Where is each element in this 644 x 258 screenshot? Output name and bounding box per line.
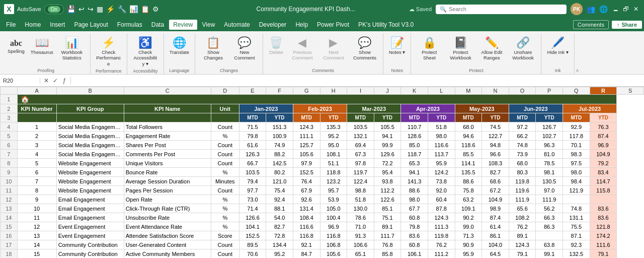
previous-comment-button[interactable]: ◀ Previous Comment [287, 35, 317, 63]
menu-bar: File Home Insert Page Layout Formulas Da… [0, 18, 644, 31]
menu-power-pivot[interactable]: Power Pivot [313, 20, 353, 30]
add-people-icon[interactable]: 👥 [587, 5, 595, 13]
col-n-header[interactable]: N [482, 87, 509, 95]
menu-formulas[interactable]: Formulas [113, 20, 146, 30]
col-a-header[interactable]: A [17, 87, 56, 95]
filter-icon[interactable]: 📋 [141, 5, 149, 13]
col-o-header[interactable]: O [509, 87, 536, 95]
menu-insert[interactable]: Insert [46, 20, 69, 30]
kpi-name-header[interactable]: KPI Name [124, 104, 211, 113]
table-row: 14 11 Email Engagement Unsubscribe Rate … [1, 213, 644, 222]
comments-button[interactable]: Comments [573, 20, 609, 29]
show-comments-label: Show Comments [352, 49, 377, 61]
show-comments-button[interactable]: 💬 Show Comments [350, 35, 380, 63]
menu-help[interactable]: Help [291, 20, 312, 30]
save-icon[interactable]: 💾 [67, 5, 75, 13]
hide-ink-button[interactable]: 🖊️ Hide Ink ▾ [544, 35, 571, 57]
allow-edit-ranges-button[interactable]: ✏️ Allow Edit Ranges [476, 35, 507, 63]
insert-function-icon[interactable]: ƒ [60, 77, 68, 85]
next-comment-button[interactable]: ▶ Next Comment [318, 35, 349, 63]
thesaurus-button[interactable]: 📖 Thesaurus [28, 35, 56, 57]
menu-review[interactable]: Review [169, 20, 197, 30]
thesaurus-icon: 📖 [35, 37, 49, 48]
col-r-header[interactable]: R [590, 87, 617, 95]
col-g-header[interactable]: G [293, 87, 320, 95]
confirm-formula-icon[interactable]: ✓ [51, 77, 59, 85]
row-3-subheaders: 3 MTD YTD MTD YTD MTD YTD MTD YTD MTD YT… [1, 113, 644, 122]
menu-view[interactable]: View [198, 20, 219, 30]
col-l-header[interactable]: L [428, 87, 455, 95]
unshare-workbook-button[interactable]: 🔗 Unshare Workbook [508, 35, 538, 63]
show-changes-button[interactable]: 📋 Show Changes [198, 35, 228, 63]
new-comment-button[interactable]: 💬 New Comment [229, 35, 260, 63]
col-q-header[interactable]: Q [563, 87, 590, 95]
restore-button[interactable]: 🗗 [622, 5, 630, 13]
minimize-button[interactable]: 🗕 [612, 5, 620, 13]
check-performance-button[interactable]: ⚡ Check Performance [94, 35, 124, 69]
new-comment-label: New Comment [232, 49, 257, 61]
spelling-button[interactable]: abc Spelling [5, 35, 27, 56]
menu-data[interactable]: Data [147, 20, 168, 30]
col-e-header[interactable]: E [239, 87, 266, 95]
col-c-header[interactable]: C [124, 87, 211, 95]
protect-sheet-button[interactable]: 🔒 Protect Sheet [414, 35, 444, 63]
kpi-number-header[interactable]: KPI Number [17, 104, 56, 113]
globe-icon[interactable]: 🌐 [599, 5, 608, 13]
protect-workbook-button[interactable]: 📓 Protect Workbook [445, 35, 475, 63]
menu-pk-utility[interactable]: PK's Utility Tool V3.0 [354, 20, 418, 30]
next-comment-label: Next Comment [321, 49, 346, 61]
search-input[interactable] [449, 6, 549, 12]
undo-icon[interactable]: ↩ [78, 5, 85, 13]
jul-2023-header[interactable]: Jul-2023 [563, 104, 617, 113]
ribbon-collapse-icon[interactable]: ∧ [575, 67, 580, 74]
formula-icons: ✕ ✓ ƒ [40, 77, 71, 85]
jun-2023-header[interactable]: Jun-2023 [509, 104, 562, 113]
mar-2023-header[interactable]: Mar-2023 [347, 104, 401, 113]
extra-tools-icon[interactable]: 🔧 [118, 5, 126, 13]
col-f-header[interactable]: F [266, 87, 293, 95]
menu-automate[interactable]: Automate [220, 20, 254, 30]
col-m-header[interactable]: M [455, 87, 482, 95]
more-tools-icon[interactable]: ⚡ [106, 5, 115, 13]
table-icon[interactable]: ▦ [97, 5, 103, 13]
close-button[interactable]: ✕ [632, 5, 640, 13]
cloud-icon: ☁ [409, 6, 415, 13]
apr-2023-header[interactable]: Apr-2023 [401, 104, 455, 113]
unit-header[interactable]: Unit [211, 104, 239, 113]
share-button[interactable]: ↑ Share [612, 21, 642, 29]
workbook-statistics-button[interactable]: 📊 Workbook Statistics [57, 35, 87, 63]
translate-button[interactable]: 🌐 Translate [167, 35, 192, 57]
cell-reference-box[interactable]: R20 [0, 78, 40, 84]
autosave-toggle[interactable]: On [44, 5, 64, 14]
col-s-header[interactable]: S [617, 87, 644, 95]
jun-mtd-header: MTD [509, 113, 536, 122]
menu-page-layout[interactable]: Page Layout [70, 20, 112, 30]
col-k-header[interactable]: K [401, 87, 428, 95]
performance-icon: ⚡ [102, 37, 115, 48]
menu-file[interactable]: File [2, 20, 20, 30]
format-icon[interactable]: 📊 [129, 5, 138, 13]
col-p-header[interactable]: P [536, 87, 563, 95]
jan-2023-header[interactable]: Jan-2023 [239, 104, 293, 113]
may-2023-header[interactable]: May-2023 [455, 104, 509, 113]
delete-comment-button[interactable]: 🗑️ Delete [266, 35, 286, 57]
home-icon-cell[interactable]: 🏠 [17, 95, 617, 104]
comments-buttons: 🗑️ Delete ◀ Previous Comment ▶ Next Comm… [266, 34, 380, 68]
kpi-group-header[interactable]: KPI Group [56, 104, 124, 113]
cancel-formula-icon[interactable]: ✕ [42, 77, 50, 85]
col-j-header[interactable]: J [374, 87, 401, 95]
notes-button[interactable]: 📝 Notes ▾ [386, 35, 408, 57]
menu-home[interactable]: Home [21, 20, 45, 30]
may-ytd-header: YTD [482, 113, 509, 122]
menu-developer[interactable]: Developer [255, 20, 291, 30]
redo-icon[interactable]: ↪ [88, 5, 94, 13]
feb-2023-header[interactable]: Feb-2023 [293, 104, 347, 113]
search-box[interactable]: 🔍 [436, 5, 567, 14]
col-h-header[interactable]: H [320, 87, 347, 95]
col-b-header[interactable]: B [56, 87, 124, 95]
settings-icon[interactable]: ⚙ [152, 5, 159, 13]
col-d-header[interactable]: D [211, 87, 239, 95]
toggle-on-label: On [48, 6, 60, 13]
col-i-header[interactable]: I [347, 87, 374, 95]
check-accessibility-button[interactable]: ♿ Check Accessibility ▾ [130, 35, 160, 69]
